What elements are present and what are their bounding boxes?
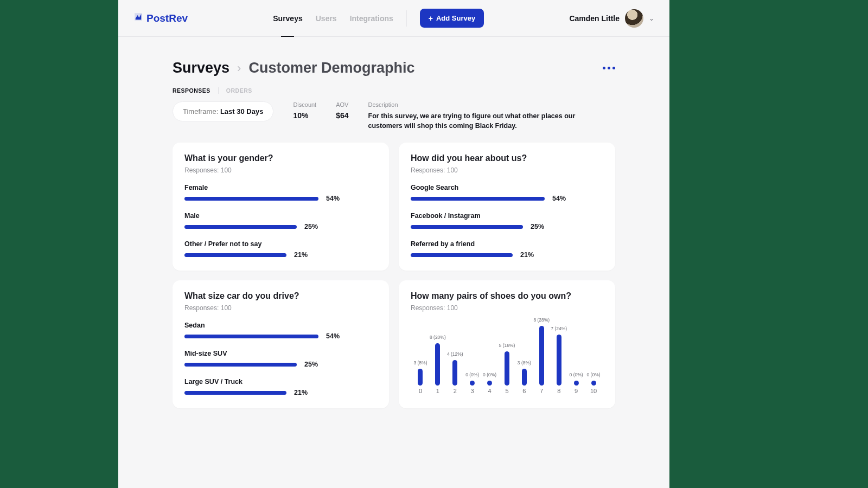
histogram-column: 0 (0%) bbox=[567, 372, 585, 386]
histogram-x-label: 7 bbox=[533, 388, 550, 394]
histogram-bar bbox=[505, 351, 509, 386]
card-title: What size car do you drive? bbox=[184, 291, 377, 301]
histogram-bar bbox=[539, 326, 544, 386]
card-title: How many pairs of shoes do you own? bbox=[411, 291, 603, 301]
user-menu[interactable]: Camden Little ⌄ bbox=[569, 9, 654, 28]
stat-discount: Discount 10% bbox=[293, 101, 316, 120]
histogram-value-label: 0 (0%) bbox=[586, 372, 600, 377]
histogram: 3 (8%)8 (20%)4 (12%)0 (0%)0 (0%)5 (16%)3… bbox=[411, 315, 603, 386]
bar-line: 21% bbox=[184, 251, 377, 259]
histogram-column: 4 (12%) bbox=[446, 351, 464, 386]
timeframe-label: Timeframe: bbox=[183, 107, 218, 115]
bar-row: Google Search54% bbox=[411, 184, 603, 202]
nav-item-surveys[interactable]: Surveys bbox=[273, 14, 302, 23]
histogram-value-label: 3 (8%) bbox=[413, 360, 427, 365]
histogram-x-label: 8 bbox=[550, 388, 567, 394]
bar-row: Other / Prefer not to say21% bbox=[184, 240, 377, 259]
histogram-column: 5 (16%) bbox=[499, 343, 516, 386]
bar-row: Facebook / Instagram25% bbox=[411, 212, 603, 230]
bar-line: 54% bbox=[184, 195, 377, 202]
bar-label: Other / Prefer not to say bbox=[184, 240, 377, 248]
histogram-column: 0 (0%) bbox=[585, 372, 602, 386]
bar-percent: 21% bbox=[294, 389, 308, 396]
stat-label: AOV bbox=[336, 101, 348, 108]
bar-line: 25% bbox=[184, 361, 377, 368]
bar-fill bbox=[411, 253, 513, 257]
bar-percent: 54% bbox=[326, 332, 340, 340]
bar-percent: 25% bbox=[531, 223, 544, 230]
bar-line: 54% bbox=[184, 332, 377, 340]
bar-row: Referred by a friend21% bbox=[411, 240, 603, 259]
histogram-value-label: 3 (8%) bbox=[518, 360, 531, 365]
histogram-value-label: 0 (0%) bbox=[465, 372, 479, 377]
nav-item-users[interactable]: Users bbox=[316, 14, 337, 23]
survey-description: Description For this survey, we are tryi… bbox=[368, 101, 607, 131]
bar-line: 25% bbox=[184, 223, 377, 230]
histogram-column: 0 (0%) bbox=[464, 372, 481, 386]
header: PostRev SurveysUsersIntegrations + Add S… bbox=[118, 0, 669, 37]
bar-percent: 25% bbox=[304, 361, 318, 368]
user-display-name: Camden Little bbox=[569, 14, 620, 23]
histogram-bar bbox=[522, 369, 527, 386]
cards-grid: What is your gender?Responses: 100Female… bbox=[173, 143, 615, 408]
survey-card: What size car do you drive?Responses: 10… bbox=[173, 280, 389, 408]
histogram-bar bbox=[557, 335, 561, 386]
histogram-bar bbox=[435, 343, 440, 386]
bar-label: Referred by a friend bbox=[411, 240, 603, 248]
bar-row: Large SUV / Truck21% bbox=[184, 378, 377, 396]
chevron-right-icon: › bbox=[237, 61, 241, 75]
bar-fill bbox=[184, 335, 318, 338]
bar-row: Mid-size SUV25% bbox=[184, 350, 377, 368]
histogram-bar bbox=[418, 369, 423, 386]
plus-icon: + bbox=[429, 15, 433, 22]
histogram-x-label: 9 bbox=[567, 388, 585, 394]
tab-orders[interactable]: ORDERS bbox=[226, 87, 252, 94]
bar-fill bbox=[184, 225, 297, 229]
timeframe-value: Last 30 Days bbox=[220, 107, 264, 115]
histogram-column: 7 (24%) bbox=[550, 326, 567, 386]
bar-row: Female54% bbox=[184, 184, 377, 202]
histogram-column: 8 (20%) bbox=[429, 335, 446, 386]
card-responses: Responses: 100 bbox=[184, 166, 377, 174]
brand[interactable]: PostRev bbox=[133, 12, 188, 24]
histogram-column: 3 (8%) bbox=[515, 360, 533, 386]
description-text: For this survey, we are trying to figure… bbox=[368, 111, 607, 131]
histogram-value-label: 0 (0%) bbox=[570, 372, 583, 377]
infobar: Timeframe: Last 30 Days Discount 10% AOV… bbox=[173, 101, 615, 131]
histogram-column: 0 (0%) bbox=[481, 372, 499, 386]
breadcrumb-current: Customer Demographic bbox=[248, 60, 414, 76]
histogram-value-label: 5 (16%) bbox=[499, 343, 515, 348]
stat-value: $64 bbox=[336, 111, 348, 120]
histogram-x-label: 4 bbox=[481, 388, 499, 394]
bar-percent: 54% bbox=[326, 195, 340, 202]
more-actions-button[interactable] bbox=[603, 67, 615, 69]
histogram-x-label: 3 bbox=[464, 388, 481, 394]
bar-line: 21% bbox=[411, 251, 603, 259]
bar-fill bbox=[184, 253, 286, 257]
stat-value: 10% bbox=[293, 111, 316, 120]
breadcrumb-root[interactable]: Surveys bbox=[173, 60, 229, 76]
bar-label: Male bbox=[184, 212, 377, 220]
histogram-x-label: 1 bbox=[429, 388, 446, 394]
bar-fill bbox=[411, 225, 523, 229]
histogram-x-label: 10 bbox=[585, 388, 602, 394]
stat-aov: AOV $64 bbox=[336, 101, 348, 120]
description-label: Description bbox=[368, 101, 607, 108]
histogram-x-label: 6 bbox=[515, 388, 533, 394]
add-survey-button[interactable]: + Add Survey bbox=[420, 9, 484, 28]
chevron-down-icon: ⌄ bbox=[649, 15, 654, 22]
bar-list: Google Search54%Facebook / Instagram25%R… bbox=[411, 184, 603, 259]
bar-list: Female54%Male25%Other / Prefer not to sa… bbox=[184, 184, 377, 259]
histogram-x-label: 2 bbox=[446, 388, 464, 394]
histogram-bar bbox=[487, 381, 492, 386]
histogram-value-label: 8 (28%) bbox=[533, 317, 550, 323]
nav-item-integrations[interactable]: Integrations bbox=[350, 14, 393, 23]
bar-label: Facebook / Instagram bbox=[411, 212, 603, 220]
content: Surveys › Customer Demographic RESPONSES… bbox=[118, 37, 669, 425]
timeframe-selector[interactable]: Timeframe: Last 30 Days bbox=[173, 101, 273, 121]
brand-logo-icon bbox=[133, 12, 143, 24]
bar-row: Male25% bbox=[184, 212, 377, 230]
histogram-value-label: 7 (24%) bbox=[551, 326, 567, 331]
bar-fill bbox=[184, 391, 286, 395]
tab-responses[interactable]: RESPONSES bbox=[173, 87, 210, 94]
